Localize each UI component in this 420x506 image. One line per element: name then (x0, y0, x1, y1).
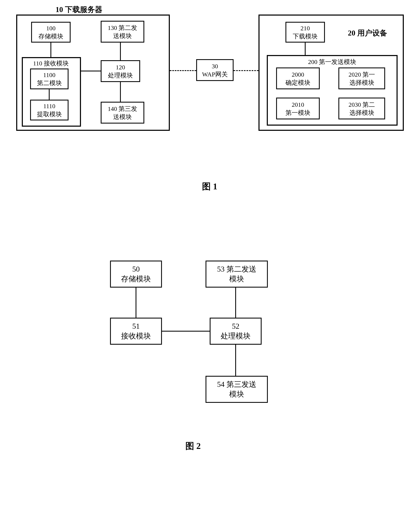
box-100-num: 100 (46, 24, 56, 32)
box-2020: 2020 第一 选择模块 (338, 67, 385, 89)
box-2010-num: 2010 (292, 100, 304, 109)
box-52-num: 52 (232, 321, 239, 331)
line-120-130 (120, 43, 121, 60)
box-50-num: 50 (132, 264, 140, 274)
box-51: 51 接收模块 (110, 318, 162, 345)
line-50-51 (136, 287, 136, 318)
box-1110: 1110 提取模块 (30, 100, 68, 120)
box-30-gateway: 30 WAP网关 (196, 59, 233, 81)
box-200-title: 200 第一发送模块 (297, 58, 367, 66)
ue-title: 20 用户设备 (338, 28, 397, 38)
line-100-110 (50, 43, 51, 57)
line-gateway-ue (233, 70, 259, 71)
box-2000-name: 确定模块 (286, 79, 310, 87)
line-51-52 (162, 331, 210, 332)
box-50-name: 存储模块 (121, 274, 151, 284)
line-53-52 (235, 287, 236, 318)
box-1100-num: 1100 (43, 71, 55, 79)
box-30-num: 30 (212, 62, 218, 70)
line-120-140 (120, 82, 121, 102)
box-140-name: 送模块 (113, 113, 132, 121)
figure-1-label: 图 1 (195, 181, 224, 192)
box-1100-name: 第二模块 (37, 79, 62, 87)
figure-2-label: 图 2 (179, 440, 208, 452)
box-2030-num: 2030 第二 (349, 100, 375, 109)
box-54-name: 模块 (229, 389, 244, 399)
line-1100-1110 (49, 89, 50, 100)
box-51-num: 51 (132, 321, 140, 331)
box-1100: 1100 第二模块 (30, 68, 68, 89)
box-50: 50 存储模块 (110, 260, 162, 287)
box-2000-num: 2000 (292, 70, 304, 79)
box-53: 53 第二发送 模块 (206, 260, 268, 287)
line-210-200 (305, 43, 306, 55)
box-130: 130 第二发 送模块 (101, 21, 144, 43)
box-120-name: 处理模块 (108, 71, 133, 79)
box-210-num: 210 (301, 24, 310, 32)
line-server-gateway (170, 70, 196, 71)
box-130-num: 130 第二发 (108, 24, 137, 32)
box-1110-num: 1110 (43, 102, 55, 110)
box-2010-name: 第一模块 (286, 109, 310, 117)
box-2010: 2010 第一模块 (276, 98, 320, 119)
box-30-name: WAP网关 (202, 70, 227, 78)
box-140: 140 第三发 送模块 (101, 102, 144, 124)
box-120: 120 处理模块 (101, 60, 140, 82)
box-53-num: 53 第二发送 (217, 264, 256, 274)
box-210-name: 下载模块 (293, 32, 318, 40)
box-100: 100 存储模块 (31, 22, 71, 43)
box-140-num: 140 第三发 (108, 105, 137, 113)
box-130-name: 送模块 (113, 32, 132, 40)
box-2020-num: 2020 第一 (349, 70, 375, 79)
line-52-54 (235, 345, 236, 376)
box-120-num: 120 (116, 63, 125, 71)
box-210: 210 下载模块 (286, 22, 325, 43)
box-110-title: 110 接收模块 (24, 59, 78, 68)
box-54-num: 54 第三发送 (217, 380, 256, 389)
box-54: 54 第三发送 模块 (206, 376, 268, 403)
box-51-name: 接收模块 (121, 331, 151, 341)
box-2030-name: 选择模块 (349, 109, 374, 117)
box-2020-name: 选择模块 (349, 79, 374, 87)
box-2030: 2030 第二 选择模块 (338, 98, 385, 119)
box-52-name: 处理模块 (221, 331, 251, 341)
box-2000: 2000 确定模块 (276, 67, 320, 89)
box-1110-name: 提取模块 (37, 110, 62, 118)
box-52: 52 处理模块 (210, 318, 262, 345)
line-110-120 (81, 71, 101, 71)
box-100-name: 存储模块 (38, 32, 63, 40)
box-53-name: 模块 (229, 274, 244, 284)
server-title: 10 下载服务器 (48, 5, 110, 15)
